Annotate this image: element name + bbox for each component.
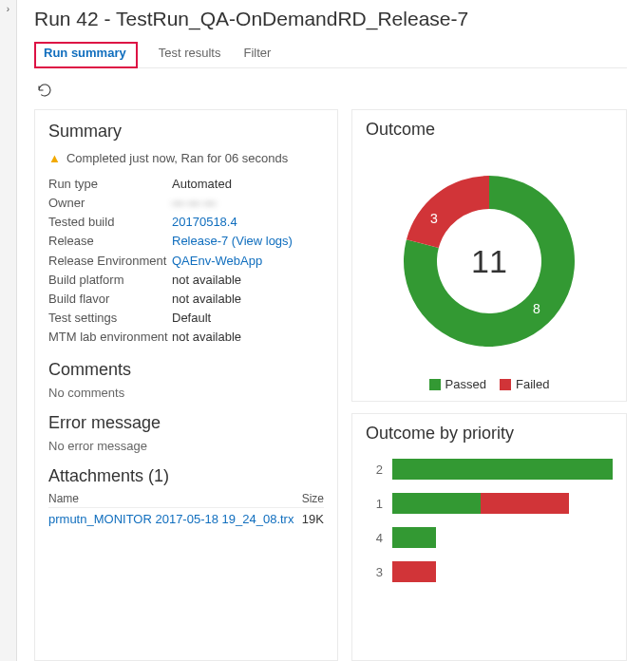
priority-label: 2 — [366, 463, 383, 477]
bar-seg-failed — [481, 493, 569, 514]
priority-bar-row: 2 — [366, 459, 613, 480]
swatch-red-icon — [500, 379, 511, 390]
bar-seg-passed — [392, 527, 436, 548]
bar-seg-passed — [392, 493, 481, 514]
attachment-size: 19K — [302, 512, 324, 526]
priority-label: 3 — [366, 565, 383, 579]
priority-bar-row: 1 — [366, 493, 613, 514]
warning-icon: ▲ — [48, 151, 61, 165]
legend-passed: Passed — [429, 377, 486, 391]
donut-passed-label: 8 — [533, 301, 540, 316]
bar-seg-passed — [392, 459, 613, 480]
status-text: Completed just now, Ran for 06 seconds — [66, 151, 288, 165]
tested-build-link[interactable]: 20170518.4 — [172, 213, 237, 232]
donut-center-total: 11 — [471, 243, 507, 279]
tab-test-results[interactable]: Test results — [157, 42, 223, 67]
priority-panel: Outcome by priority 2143 — [351, 413, 627, 661]
status-row: ▲ Completed just now, Ran for 06 seconds — [48, 151, 324, 165]
priority-bar-row: 3 — [366, 561, 613, 582]
expand-rail-button[interactable]: › — [0, 0, 17, 661]
attachment-row: prmutn_MONITOR 2017-05-18 19_24_08.trx 1… — [48, 512, 324, 526]
tab-run-summary[interactable]: Run summary — [34, 42, 138, 68]
outcome-heading: Outcome — [366, 120, 613, 140]
swatch-green-icon — [429, 379, 441, 390]
error-heading: Error message — [48, 413, 324, 433]
bar-track — [392, 493, 613, 514]
error-value: No error message — [48, 439, 324, 453]
attach-col-size: Size — [302, 492, 324, 505]
bar-track — [392, 459, 613, 480]
priority-bar-chart: 2143 — [366, 453, 613, 601]
page-title: Run 42 - TestRun_QA-OnDemandRD_Release-7 — [34, 8, 627, 30]
tab-bar: Run summary Test results Filter — [34, 42, 627, 68]
summary-heading: Summary — [48, 122, 324, 142]
outcome-legend: Passed Failed — [366, 377, 613, 391]
release-env-link[interactable]: QAEnv-WebApp — [172, 252, 262, 271]
priority-heading: Outcome by priority — [366, 424, 613, 444]
outcome-donut-chart: 11 3 8 — [366, 149, 613, 371]
attachments-heading: Attachments (1) — [48, 466, 324, 486]
bar-seg-failed — [392, 561, 436, 582]
priority-bar-row: 4 — [366, 527, 613, 548]
release-link[interactable]: Release-7 (View logs) — [172, 232, 293, 251]
attachment-link[interactable]: prmutn_MONITOR 2017-05-18 19_24_08.trx — [48, 512, 294, 526]
donut-failed-label: 3 — [430, 211, 438, 226]
owner-value: — — — — [172, 194, 216, 213]
comments-value: No comments — [48, 386, 324, 400]
priority-label: 4 — [366, 531, 383, 545]
bar-track — [392, 527, 613, 548]
attach-col-name: Name — [48, 492, 79, 505]
priority-label: 1 — [366, 497, 383, 511]
comments-heading: Comments — [48, 360, 324, 380]
run-type-value: Automated — [172, 175, 232, 194]
chevron-right-icon: › — [7, 4, 9, 14]
legend-failed: Failed — [500, 377, 549, 391]
tab-filter[interactable]: Filter — [241, 42, 273, 67]
outcome-panel: Outcome 11 3 8 — [351, 109, 627, 402]
refresh-icon[interactable] — [36, 87, 53, 102]
summary-panel: Summary ▲ Completed just now, Ran for 06… — [34, 109, 338, 661]
bar-track — [392, 561, 613, 582]
